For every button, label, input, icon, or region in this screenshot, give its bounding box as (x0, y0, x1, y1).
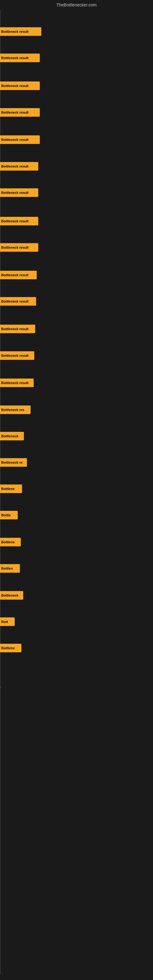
bar-label: Bottleneck (1, 434, 18, 438)
bar-item: Bottleneck result (0, 135, 40, 144)
bar-item: Bott (0, 617, 15, 626)
bar-item: Bottleneck result (0, 162, 38, 170)
bar-item: Bottleneck result (0, 243, 38, 252)
bar-label: Bottleneck result (1, 354, 29, 357)
chart-area: Bottleneck resultBottleneck resultBottle… (0, 10, 153, 975)
bar-item: Bottleneck result (0, 271, 37, 279)
bar-item: Bottleneck result (0, 108, 40, 117)
bar-label: Bottleneck result (1, 84, 29, 88)
tick-mark: · (0, 684, 2, 690)
bar-label: Bottleneck result (1, 111, 29, 114)
bar-item: Bottleneck result (0, 217, 38, 225)
site-title: TheBottlenecker.com (0, 0, 153, 10)
bar-label: Bottleneck (1, 593, 18, 597)
bar-item: Bottleneck result (0, 81, 40, 90)
bar-label: Bottleneck result (1, 273, 29, 277)
bar-item: Bottlen (0, 564, 20, 573)
bar-item: Bottleneck result (0, 188, 38, 197)
bar-item: Bottleneck result (0, 325, 35, 333)
bar-item: Bottleneck re (0, 458, 27, 467)
bar-item: Bottlene (0, 485, 22, 493)
bar-item: Bottleneck result (0, 379, 33, 387)
bar-label: Bottleneck result (1, 381, 29, 385)
bar-label: Bottleneck result (1, 246, 29, 249)
bar-label: Bottleneck result (1, 299, 29, 303)
bar-label: Bottleneck result (1, 191, 29, 194)
bar-label: Bottleneck result (1, 56, 29, 60)
bar-label: Bottlen (1, 566, 13, 570)
bar-label: Bottleneck result (1, 327, 29, 331)
bar-item: Bottleneck (0, 591, 23, 600)
bar-item: Bottle (0, 511, 18, 519)
bar-label: Bottleneck result (1, 219, 29, 223)
bar-label: Bottlene (1, 487, 15, 491)
bar-label: Bottleneck result (1, 138, 29, 142)
bar-item: Bottleneck result (0, 297, 36, 305)
bar-item: Bottleneck res (0, 406, 30, 414)
bar-label: Bottlene (1, 540, 15, 544)
bar-label: Bott (1, 620, 8, 624)
bar-item: Bottleneck result (0, 27, 41, 36)
bar-label: Bottlene (1, 646, 15, 650)
bar-label: Bottleneck res (1, 408, 24, 412)
bar-item: Bottleneck result (0, 54, 40, 62)
bar-label: Bottle (1, 513, 11, 517)
bar-item: Bottlene (0, 644, 21, 652)
bar-label: Bottleneck re (1, 461, 22, 464)
bar-label: Bottleneck result (1, 30, 29, 33)
bar-item: Bottleneck (0, 432, 24, 441)
bar-item: Bottlene (0, 538, 21, 546)
bar-item: Bottleneck result (0, 351, 34, 360)
bar-label: Bottleneck result (1, 164, 29, 168)
